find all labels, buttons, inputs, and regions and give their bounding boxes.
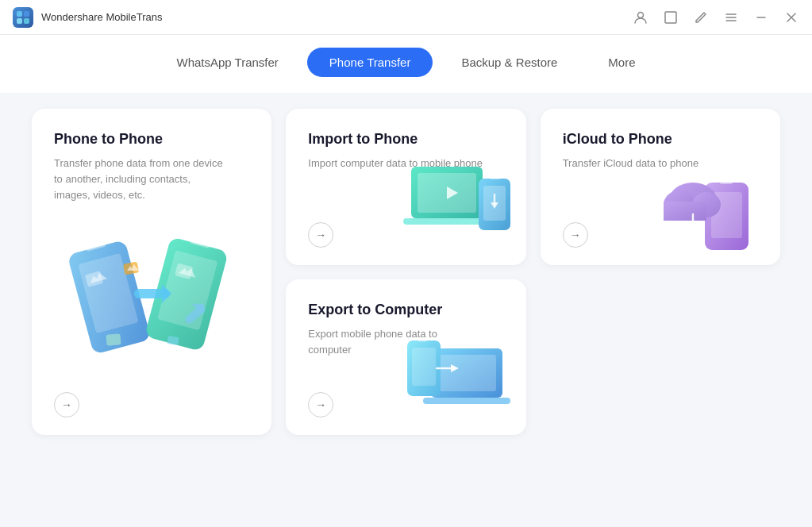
account-icon[interactable] — [633, 10, 648, 25]
icloud-illustration — [657, 151, 772, 257]
svg-rect-2 — [17, 18, 22, 24]
svg-rect-41 — [720, 181, 733, 184]
export-to-computer-arrow[interactable]: → — [308, 392, 333, 417]
window-icon[interactable] — [663, 10, 679, 25]
svg-rect-5 — [665, 12, 676, 23]
card-export-to-computer[interactable]: Export to Computer Export mobile phone d… — [286, 279, 525, 436]
import-to-phone-arrow[interactable]: → — [308, 222, 333, 248]
edit-icon[interactable] — [693, 10, 709, 25]
svg-rect-3 — [24, 18, 29, 24]
svg-rect-49 — [437, 355, 496, 391]
svg-rect-52 — [412, 348, 436, 386]
tab-backup[interactable]: Backup & Restore — [439, 48, 579, 77]
app-icon — [13, 7, 33, 28]
svg-rect-50 — [423, 398, 510, 404]
tab-phone[interactable]: Phone Transfer — [307, 48, 433, 77]
svg-rect-53 — [418, 339, 427, 342]
title-bar-left: Wondershare MobileTrans — [13, 7, 162, 28]
icloud-to-phone-arrow[interactable]: → — [563, 222, 588, 248]
export-illustration — [403, 321, 518, 427]
svg-rect-1 — [24, 11, 29, 17]
window-controls — [633, 10, 799, 25]
svg-marker-47 — [688, 224, 698, 231]
phone-to-phone-illustration — [60, 219, 243, 378]
import-illustration — [403, 151, 518, 257]
card-title: Import to Phone — [308, 131, 503, 148]
menu-icon[interactable] — [723, 10, 739, 25]
svg-rect-26 — [167, 336, 179, 345]
card-title: Export to Computer — [308, 302, 503, 318]
svg-rect-36 — [491, 177, 500, 179]
card-import-to-phone[interactable]: Import to Phone Import computer data to … — [286, 109, 525, 265]
tab-whatsapp[interactable]: WhatsApp Transfer — [154, 48, 300, 77]
svg-rect-45 — [664, 202, 706, 221]
card-title: Phone to Phone — [54, 131, 249, 148]
svg-point-4 — [638, 12, 644, 17]
card-icloud-to-phone[interactable]: iCloud to Phone Transfer iCloud data to … — [541, 109, 780, 265]
card-title: iCloud to Phone — [563, 131, 758, 148]
svg-rect-0 — [17, 11, 22, 17]
svg-rect-32 — [403, 218, 491, 225]
minimize-icon[interactable] — [753, 10, 769, 25]
close-icon[interactable] — [783, 10, 799, 25]
title-bar: Wondershare MobileTrans — [0, 0, 812, 35]
card-desc: Transfer phone data from one device to a… — [54, 156, 229, 203]
card-phone-to-phone[interactable]: Phone to Phone Transfer phone data from … — [32, 109, 271, 435]
svg-rect-27 — [106, 334, 121, 347]
nav-bar: WhatsApp Transfer Phone Transfer Backup … — [0, 35, 812, 93]
main-content: Phone to Phone Transfer phone data from … — [0, 93, 812, 459]
app-title: Wondershare MobileTrans — [41, 11, 162, 23]
tab-more[interactable]: More — [586, 48, 657, 77]
